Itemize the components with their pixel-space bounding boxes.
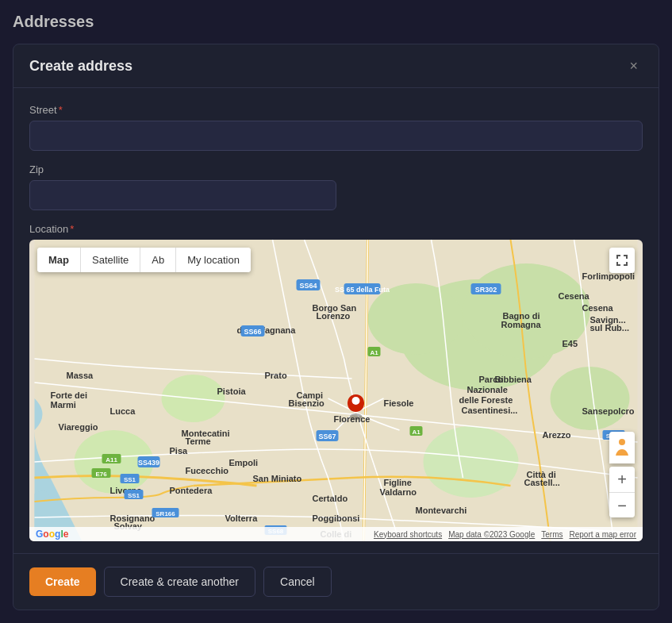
map-tabs: Map Satellite Ab My location [37, 248, 251, 272]
location-section: Location* Map Satellite Ab My location [29, 223, 643, 541]
svg-text:Pisa: Pisa [170, 446, 189, 456]
svg-text:E45: E45 [563, 339, 578, 348]
map-tab-satellite[interactable]: Satellite [81, 248, 140, 272]
svg-text:SR166: SR166 [156, 510, 175, 517]
keyboard-shortcuts-link[interactable]: Keyboard shortcuts [374, 530, 442, 539]
zoom-in-button[interactable]: + [609, 467, 635, 492]
svg-text:Montevarchi: Montevarchi [416, 506, 467, 515]
modal: Create address × Street* Zip Location* M… [13, 44, 659, 610]
fullscreen-button[interactable] [609, 248, 635, 273]
map-tab-my-location[interactable]: My location [176, 248, 251, 272]
svg-text:A11: A11 [106, 456, 117, 463]
modal-body: Street* Zip Location* Map Satellite Ab [13, 88, 659, 553]
svg-text:SS67: SS67 [318, 433, 336, 440]
svg-text:Lucca: Lucca [110, 406, 136, 416]
modal-footer: Create Create & create another Cancel [13, 553, 659, 610]
svg-text:Casentinesi...: Casentinesi... [462, 406, 518, 415]
svg-text:SS64: SS64 [299, 282, 317, 290]
svg-text:Bisenzio: Bisenzio [289, 398, 325, 408]
svg-point-9 [352, 397, 360, 405]
map-footer-links: Keyboard shortcuts Map data ©2023 Google… [374, 530, 636, 539]
cancel-button[interactable]: Cancel [263, 567, 332, 597]
svg-text:Valdarno: Valdarno [380, 487, 417, 497]
svg-text:sul Rub...: sul Rub... [590, 323, 630, 333]
map-tab-ab[interactable]: Ab [140, 248, 175, 272]
street-view-button[interactable] [609, 432, 635, 463]
svg-point-2 [368, 283, 463, 355]
svg-text:A1: A1 [370, 349, 378, 356]
zip-form-group: Zip [29, 163, 643, 210]
svg-text:A1: A1 [412, 429, 420, 436]
street-label: Street* [29, 104, 643, 116]
svg-text:SS1: SS1 [124, 476, 136, 483]
svg-text:E76: E76 [95, 471, 107, 478]
svg-text:Pontedera: Pontedera [170, 486, 213, 495]
create-another-button[interactable]: Create & create another [104, 567, 255, 597]
svg-text:Volterra: Volterra [225, 513, 259, 523]
map-container: Map Satellite Ab My location [29, 240, 643, 541]
svg-text:Viareggio: Viareggio [59, 422, 98, 432]
svg-text:Florence: Florence [334, 414, 371, 424]
svg-text:Romagna: Romagna [501, 320, 542, 329]
svg-text:Lorenzo: Lorenzo [317, 311, 351, 321]
svg-text:Pistoia: Pistoia [217, 386, 247, 396]
svg-text:Cesena: Cesena [559, 291, 590, 301]
svg-text:Fiesole: Fiesole [384, 398, 414, 408]
zoom-out-button[interactable]: − [609, 492, 635, 517]
svg-text:Sansepolcro: Sansepolcro [582, 406, 635, 416]
svg-text:Forte dei: Forte dei [51, 390, 87, 400]
page-title: Addresses [13, 13, 659, 31]
map-tab-map[interactable]: Map [37, 248, 80, 272]
svg-text:SS1: SS1 [128, 492, 140, 499]
google-logo: Google [36, 529, 68, 540]
svg-text:Figline: Figline [384, 478, 412, 487]
svg-text:Nazionale: Nazionale [467, 385, 508, 394]
svg-text:SS439: SS439 [138, 459, 159, 467]
map-zoom-controls: + − [609, 467, 635, 517]
svg-text:SR302: SR302 [475, 286, 497, 294]
svg-text:Empoli: Empoli [229, 458, 259, 467]
svg-text:Parco: Parco [479, 375, 504, 384]
report-map-error-link[interactable]: Report a map error [570, 530, 636, 539]
location-label: Location* [29, 223, 643, 235]
svg-text:San Miniato: San Miniato [253, 474, 302, 483]
svg-text:Marmi: Marmi [51, 400, 76, 410]
map-footer: Google Keyboard shortcuts Map data ©2023… [29, 527, 643, 541]
map-controls: + − [609, 432, 635, 517]
svg-text:Fucecchio: Fucecchio [186, 466, 229, 475]
create-button[interactable]: Create [29, 567, 96, 596]
street-form-group: Street* [29, 104, 643, 151]
svg-text:Arezzo: Arezzo [543, 430, 571, 440]
modal-title: Create address [29, 58, 132, 75]
svg-text:delle Foreste: delle Foreste [459, 395, 513, 405]
svg-text:Poggibonsi: Poggibonsi [313, 513, 360, 523]
svg-point-88 [619, 439, 625, 445]
zip-input[interactable] [29, 180, 336, 210]
svg-text:Massa: Massa [67, 371, 94, 380]
terms-link[interactable]: Terms [541, 530, 563, 539]
svg-text:Castell...: Castell... [524, 478, 560, 487]
zip-label: Zip [29, 163, 643, 175]
street-input[interactable] [29, 121, 643, 151]
svg-text:Cesena: Cesena [582, 303, 614, 313]
svg-point-7 [424, 426, 519, 498]
modal-header: Create address × [13, 44, 659, 88]
map-data-label: Map data ©2023 Google [448, 530, 535, 539]
map-svg[interactable]: Florence Prato Pistoia Pisa Lucca Livorn… [29, 240, 643, 541]
svg-text:SS66: SS66 [244, 328, 261, 336]
svg-text:SS 65 della Futa: SS 65 della Futa [335, 286, 390, 294]
svg-text:Terme: Terme [186, 436, 211, 446]
svg-text:Certaldo: Certaldo [313, 494, 348, 503]
svg-text:Prato: Prato [265, 371, 287, 380]
close-button[interactable]: × [624, 57, 643, 75]
